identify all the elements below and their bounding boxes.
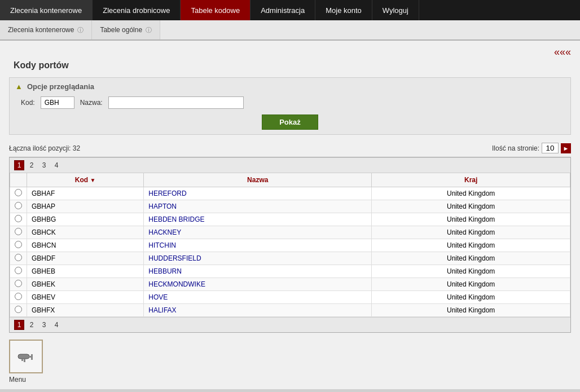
- row-radio-cell: [10, 278, 27, 291]
- row-nazwa[interactable]: HUDDERSFIELD: [144, 252, 372, 265]
- row-kraj: United Kingdom: [372, 200, 570, 213]
- row-kraj: United Kingdom: [372, 304, 570, 317]
- row-radio[interactable]: [15, 267, 22, 274]
- page-btn-1[interactable]: 1: [14, 160, 24, 170]
- bottom-page-btn-1[interactable]: 1: [14, 320, 24, 330]
- row-radio[interactable]: [15, 254, 22, 261]
- row-radio[interactable]: [15, 241, 22, 248]
- table-row: GBHEV HOVE United Kingdom: [10, 291, 570, 304]
- nav-tabele-kodowe[interactable]: Tabele kodowe: [181, 0, 251, 20]
- nav-zlecenia-kontenerowe[interactable]: Zlecenia kontenerowe: [0, 0, 93, 20]
- nazwa-input[interactable]: [108, 96, 244, 109]
- bottom-page-btn-2[interactable]: 2: [27, 320, 37, 330]
- row-radio-cell: [10, 265, 27, 278]
- table-row: GBHBG HEBDEN BRIDGE United Kingdom: [10, 213, 570, 226]
- nav-administracja[interactable]: Administracja: [251, 0, 315, 20]
- row-radio[interactable]: [15, 215, 22, 222]
- row-nazwa[interactable]: HEBBURN: [144, 265, 372, 278]
- row-radio-cell: [10, 226, 27, 239]
- row-radio[interactable]: [15, 293, 22, 300]
- nav-moje-konto[interactable]: Moje konto: [315, 0, 372, 20]
- row-kraj: United Kingdom: [372, 278, 570, 291]
- row-radio[interactable]: [15, 202, 22, 209]
- nazwa-label: Nazwa:: [80, 99, 103, 107]
- nav-zlecenia-drobnicowe[interactable]: Zlecenia drobnicowe: [93, 0, 181, 20]
- row-radio-cell: [10, 252, 27, 265]
- table-row: GBHAP HAPTON United Kingdom: [10, 200, 570, 213]
- page-size-input[interactable]: [542, 143, 559, 153]
- menu-section: Menu: [9, 340, 571, 384]
- row-nazwa[interactable]: HACKNEY: [144, 226, 372, 239]
- row-nazwa[interactable]: HECKMONDWIKE: [144, 278, 372, 291]
- table-row: GBHAF HEREFORD United Kingdom: [10, 187, 570, 200]
- row-radio[interactable]: [15, 306, 22, 313]
- table-row: GBHDF HUDDERSFIELD United Kingdom: [10, 252, 570, 265]
- options-header-label: Opcje przeglądania: [27, 82, 94, 91]
- row-kraj: United Kingdom: [372, 265, 570, 278]
- row-kod: GBHCK: [27, 226, 144, 239]
- nav-wyloguj[interactable]: Wyloguj: [372, 0, 419, 20]
- row-radio-cell: [10, 304, 27, 317]
- row-nazwa[interactable]: HITCHIN: [144, 239, 372, 252]
- total-count: Łączna ilość pozycji: 32: [9, 144, 80, 152]
- col-nazwa: Nazwa: [144, 173, 372, 187]
- bottom-pagination: 1 2 3 4: [10, 317, 570, 332]
- options-panel: ▲ Opcje przeglądania Kod: Nazwa: Pokaż: [9, 77, 571, 135]
- table-row: GBHCN HITCHIN United Kingdom: [10, 239, 570, 252]
- page-size-row: Ilość na stronie: ►: [492, 143, 571, 153]
- menu-icon: [16, 346, 36, 367]
- row-nazwa[interactable]: HALIFAX: [144, 304, 372, 317]
- bottom-page-btn-4[interactable]: 4: [51, 320, 61, 330]
- kod-input[interactable]: [41, 96, 74, 109]
- row-nazwa[interactable]: HEBDEN BRIDGE: [144, 213, 372, 226]
- table-row: GBHEK HECKMONDWIKE United Kingdom: [10, 278, 570, 291]
- back-to-top-row: powrót do góry: [0, 389, 580, 392]
- menu-icon-button[interactable]: [9, 340, 43, 373]
- kod-label: Kod:: [21, 99, 35, 107]
- page-btn-2[interactable]: 2: [27, 160, 37, 170]
- row-radio[interactable]: [15, 189, 22, 196]
- show-button[interactable]: Pokaż: [262, 114, 318, 130]
- row-kod: GBHAF: [27, 187, 144, 200]
- row-radio-cell: [10, 187, 27, 200]
- row-nazwa[interactable]: HAPTON: [144, 200, 372, 213]
- next-page-button[interactable]: ►: [561, 143, 571, 153]
- sort-arrow-icon: ▼: [90, 177, 96, 183]
- page-btn-3[interactable]: 3: [39, 160, 49, 170]
- row-radio[interactable]: [15, 280, 22, 287]
- row-nazwa[interactable]: HEREFORD: [144, 187, 372, 200]
- menu-label: Menu: [9, 376, 26, 384]
- main-area: ««« Kody portów ▲ Opcje przeglądania Kod…: [0, 41, 580, 389]
- col-radio: [10, 173, 27, 187]
- row-kraj: United Kingdom: [372, 252, 570, 265]
- bottom-page-btn-3[interactable]: 3: [39, 320, 49, 330]
- row-kod: GBHFX: [27, 304, 144, 317]
- options-header[interactable]: ▲ Opcje przeglądania: [15, 82, 565, 91]
- row-kraj: United Kingdom: [372, 187, 570, 200]
- col-kraj: Kraj: [372, 173, 570, 187]
- page-title: Kody portów: [9, 60, 571, 71]
- summary-row: Łączna ilość pozycji: 32 Ilość na stroni…: [9, 143, 571, 153]
- svg-rect-3: [31, 358, 33, 360]
- row-nazwa[interactable]: HOVE: [144, 291, 372, 304]
- svg-rect-2: [31, 354, 33, 356]
- filter-row: Kod: Nazwa:: [15, 96, 565, 109]
- back-arrows[interactable]: «««: [9, 46, 571, 58]
- page-btn-4[interactable]: 4: [51, 160, 61, 170]
- svg-rect-4: [24, 359, 25, 362]
- breadcrumb-tab-2[interactable]: Tabele ogólne ⓘ: [92, 20, 160, 39]
- row-radio-cell: [10, 213, 27, 226]
- col-kod[interactable]: Kod ▼: [27, 173, 144, 187]
- info-icon-1: ⓘ: [77, 26, 84, 34]
- top-navigation: Zlecenia kontenerowe Zlecenia drobnicowe…: [0, 0, 580, 20]
- info-icon-2: ⓘ: [146, 26, 152, 34]
- row-radio-cell: [10, 239, 27, 252]
- show-btn-row: Pokaż: [15, 114, 565, 130]
- row-kod: GBHDF: [27, 252, 144, 265]
- row-kraj: United Kingdom: [372, 226, 570, 239]
- table-row: GBHCK HACKNEY United Kingdom: [10, 226, 570, 239]
- page-size-label: Ilość na stronie:: [492, 144, 539, 152]
- row-radio[interactable]: [15, 228, 22, 235]
- breadcrumb-tab-1[interactable]: Zlecenia kontenerowe ⓘ: [0, 20, 92, 39]
- table-row: GBHFX HALIFAX United Kingdom: [10, 304, 570, 317]
